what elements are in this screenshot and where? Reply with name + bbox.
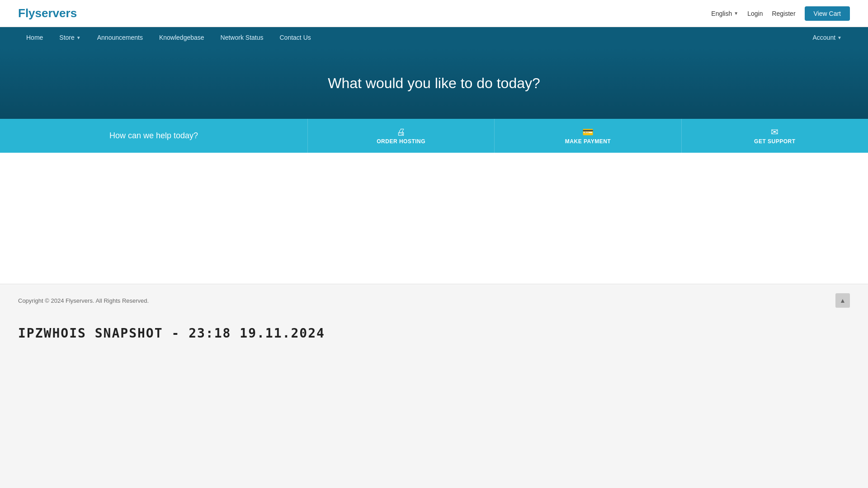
nav-item-home[interactable]: Home	[18, 27, 51, 48]
login-link[interactable]: Login	[747, 10, 763, 17]
chevron-up-icon: ▲	[840, 297, 846, 304]
get-support-label: GET SUPPORT	[754, 138, 796, 145]
make-payment-icon: 💳	[582, 127, 594, 136]
order-hosting-button[interactable]: 🖨 ORDER HOSTING	[307, 119, 494, 153]
nav-left: Home Store ▼ Announcements Knowledgebase…	[18, 27, 319, 48]
account-caret-icon: ▼	[837, 35, 842, 40]
get-support-button[interactable]: ✉ GET SUPPORT	[681, 119, 868, 153]
order-hosting-label: ORDER HOSTING	[377, 138, 425, 145]
nav-item-store[interactable]: Store ▼	[51, 27, 89, 48]
hero-title: What would you like to do today?	[328, 75, 540, 92]
account-menu[interactable]: Account ▼	[805, 27, 850, 48]
view-cart-button[interactable]: View Cart	[805, 6, 850, 21]
nav-item-network-status[interactable]: Network Status	[212, 27, 272, 48]
action-bar: How can we help today? 🖨 ORDER HOSTING 💳…	[0, 119, 868, 153]
copyright-text: Copyright © 2024 Flyservers. All Rights …	[18, 297, 149, 304]
nav-bar: Home Store ▼ Announcements Knowledgebase…	[0, 27, 868, 48]
logo[interactable]: Flyservers	[18, 6, 77, 20]
nav-item-announcements[interactable]: Announcements	[89, 27, 151, 48]
make-payment-button[interactable]: 💳 MAKE PAYMENT	[494, 119, 681, 153]
nav-right: Account ▼	[805, 27, 850, 48]
language-selector[interactable]: English ▼	[711, 10, 738, 17]
main-content	[0, 153, 868, 284]
help-text: How can we help today?	[0, 119, 307, 153]
language-label: English	[711, 10, 732, 17]
scroll-to-top-button[interactable]: ▲	[835, 293, 850, 308]
language-caret-icon: ▼	[734, 11, 738, 16]
action-buttons: 🖨 ORDER HOSTING 💳 MAKE PAYMENT ✉ GET SUP…	[307, 119, 868, 153]
snapshot-label: IPZWHOIS SNAPSHOT - 23:18 19.11.2024	[0, 317, 868, 350]
footer: Copyright © 2024 Flyservers. All Rights …	[0, 284, 868, 317]
hero-section: What would you like to do today?	[0, 48, 868, 119]
register-link[interactable]: Register	[772, 10, 795, 17]
top-right-controls: English ▼ Login Register View Cart	[711, 6, 850, 21]
order-hosting-icon: 🖨	[396, 127, 406, 136]
nav-item-knowledgebase[interactable]: Knowledgebase	[151, 27, 212, 48]
store-caret-icon: ▼	[76, 35, 81, 40]
get-support-icon: ✉	[771, 127, 778, 136]
top-bar: Flyservers English ▼ Login Register View…	[0, 0, 868, 27]
nav-item-contact-us[interactable]: Contact Us	[272, 27, 319, 48]
make-payment-label: MAKE PAYMENT	[565, 138, 611, 145]
